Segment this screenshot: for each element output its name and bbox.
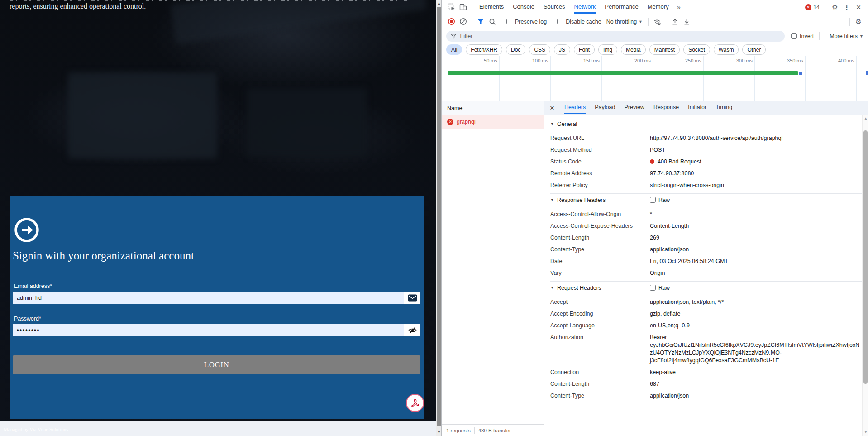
import-har-icon[interactable] bbox=[669, 16, 681, 28]
chip-js[interactable]: JS bbox=[554, 44, 570, 55]
network-conditions-icon[interactable] bbox=[651, 16, 663, 28]
inspect-element-icon[interactable] bbox=[445, 1, 457, 13]
search-icon[interactable] bbox=[486, 16, 498, 28]
more-filters-dropdown[interactable]: More filters ▼ bbox=[830, 33, 863, 39]
detail-scrollbar[interactable]: ▲ ▼ bbox=[862, 115, 868, 436]
scroll-up-arrow[interactable]: ▲ bbox=[437, 2, 441, 5]
tab-preview[interactable]: Preview bbox=[624, 102, 644, 114]
page-scrollbar[interactable]: ▲ ▼ bbox=[436, 0, 441, 436]
filter-bar: Invert More filters ▼ bbox=[442, 29, 868, 43]
managed-by-text: Managed by Via Vitae Solutions bbox=[4, 426, 68, 432]
clear-network-log-icon[interactable] bbox=[457, 16, 469, 28]
close-devtools-icon[interactable]: ✕ bbox=[853, 1, 864, 13]
requests-panel: Name ✕ graphql 1 requests 480 B transfer bbox=[442, 101, 544, 436]
screenshot-root: reports, ensuring enhanced operational c… bbox=[0, 0, 868, 436]
tick-label: 300 ms bbox=[727, 58, 753, 63]
tick-label: 200 ms bbox=[625, 58, 651, 63]
preserve-log-toggle[interactable]: Preserve log bbox=[506, 19, 547, 25]
webpage-viewport: reports, ensuring enhanced operational c… bbox=[0, 0, 436, 436]
divider bbox=[666, 18, 666, 26]
export-har-icon[interactable] bbox=[681, 16, 692, 28]
header-key: Accept-Language bbox=[550, 322, 650, 330]
raw-toggle[interactable]: Raw bbox=[650, 197, 670, 203]
tab-initiator[interactable]: Initiator bbox=[688, 102, 706, 114]
chip-doc[interactable]: Doc bbox=[506, 44, 525, 55]
tab-headers[interactable]: Headers bbox=[564, 102, 586, 114]
gridline bbox=[653, 56, 653, 101]
invert-checkbox[interactable] bbox=[791, 33, 797, 39]
settings-gear-icon[interactable]: ⚙ bbox=[829, 1, 841, 13]
disclosure-triangle-icon: ▼ bbox=[550, 122, 554, 126]
tab-label: Sources bbox=[544, 3, 565, 10]
error-badge[interactable]: ✕ 14 bbox=[805, 4, 820, 10]
preserve-log-checkbox[interactable] bbox=[506, 19, 512, 24]
chip-label: Font bbox=[579, 47, 590, 53]
chip-all[interactable]: All bbox=[446, 44, 462, 55]
chip-label: Wasm bbox=[719, 47, 734, 53]
tick-label: 400 ms bbox=[829, 58, 854, 63]
email-field[interactable]: admin_hd bbox=[13, 292, 420, 304]
raw-checkbox[interactable] bbox=[650, 285, 656, 291]
chip-css[interactable]: CSS bbox=[529, 44, 550, 55]
scroll-down-arrow[interactable]: ▼ bbox=[437, 431, 441, 434]
disable-cache-toggle[interactable]: Disable cache bbox=[557, 19, 601, 25]
chip-manifest[interactable]: Manifest bbox=[649, 44, 680, 55]
request-row-graphql[interactable]: ✕ graphql bbox=[442, 115, 544, 129]
tab-label: Elements bbox=[479, 3, 504, 10]
tab-console[interactable]: Console bbox=[512, 0, 535, 14]
section-header-response[interactable]: ▼ Response Headers Raw bbox=[550, 194, 862, 206]
scroll-down-arrow[interactable]: ▼ bbox=[864, 430, 868, 434]
header-value: application/json bbox=[650, 392, 689, 400]
tab-sources[interactable]: Sources bbox=[543, 0, 566, 14]
requests-name-column-header[interactable]: Name bbox=[442, 101, 544, 115]
tab-label: Memory bbox=[648, 3, 669, 10]
disable-cache-checkbox[interactable] bbox=[557, 19, 563, 24]
network-settings-gear-icon[interactable]: ⚙ bbox=[853, 16, 864, 28]
close-detail-icon[interactable]: ✕ bbox=[544, 105, 560, 111]
scroll-up-arrow[interactable]: ▲ bbox=[864, 116, 868, 120]
login-button[interactable]: LOGIN bbox=[13, 355, 420, 374]
tab-network[interactable]: Network bbox=[574, 0, 596, 14]
chip-img[interactable]: Img bbox=[598, 44, 617, 55]
tab-response[interactable]: Response bbox=[653, 102, 679, 114]
gridline bbox=[550, 56, 551, 101]
chip-wasm[interactable]: Wasm bbox=[714, 44, 739, 55]
more-tabs-icon[interactable]: » bbox=[677, 3, 681, 11]
eye-off-icon[interactable] bbox=[408, 326, 417, 334]
chip-fetch-xhr[interactable]: Fetch/XHR bbox=[466, 44, 502, 55]
header-row: Accept application/json, text/plain, */* bbox=[550, 298, 862, 306]
tick-label: 250 ms bbox=[676, 58, 701, 63]
header-value: 687 bbox=[650, 380, 659, 388]
tab-performance[interactable]: Performance bbox=[604, 0, 639, 14]
more-options-icon[interactable]: ⋮ bbox=[841, 1, 853, 13]
tab-elements[interactable]: Elements bbox=[479, 0, 504, 14]
page-scrollbar-thumb[interactable] bbox=[437, 7, 441, 426]
network-overview-timeline[interactable]: 50 ms 100 ms 150 ms 200 ms 250 ms 300 ms… bbox=[442, 56, 868, 101]
chip-other[interactable]: Other bbox=[742, 44, 766, 55]
device-toolbar-icon[interactable] bbox=[457, 1, 469, 13]
chip-media[interactable]: Media bbox=[621, 44, 646, 55]
filter-input[interactable] bbox=[459, 33, 780, 40]
chip-socket[interactable]: Socket bbox=[683, 44, 710, 55]
header-row: Remote Address 97.74.90.37:8080 bbox=[550, 170, 862, 177]
throttling-dropdown[interactable]: No throttling ▼ bbox=[606, 19, 643, 25]
tab-memory[interactable]: Memory bbox=[647, 0, 669, 14]
raw-toggle[interactable]: Raw bbox=[650, 285, 670, 291]
tab-timing[interactable]: Timing bbox=[715, 102, 732, 114]
raw-checkbox[interactable] bbox=[650, 197, 656, 203]
password-input[interactable]: •••••••• bbox=[13, 324, 404, 336]
header-key: Access-Control-Expose-Headers bbox=[550, 222, 650, 230]
record-network-log-icon[interactable] bbox=[445, 16, 457, 28]
section-header-general[interactable]: ▼ General bbox=[550, 118, 862, 130]
password-field[interactable]: •••••••• bbox=[13, 324, 420, 336]
tab-payload[interactable]: Payload bbox=[595, 102, 615, 114]
section-header-request[interactable]: ▼ Request Headers Raw bbox=[550, 282, 862, 294]
filter-input-pill[interactable] bbox=[446, 31, 785, 42]
pdf-download-button[interactable] bbox=[406, 394, 424, 412]
email-input[interactable]: admin_hd bbox=[13, 292, 404, 304]
gridline bbox=[703, 56, 704, 101]
filter-funnel-icon[interactable] bbox=[475, 16, 486, 28]
password-adornment[interactable] bbox=[404, 324, 420, 336]
chip-font[interactable]: Font bbox=[574, 44, 595, 55]
detail-scrollbar-thumb[interactable] bbox=[863, 130, 868, 384]
